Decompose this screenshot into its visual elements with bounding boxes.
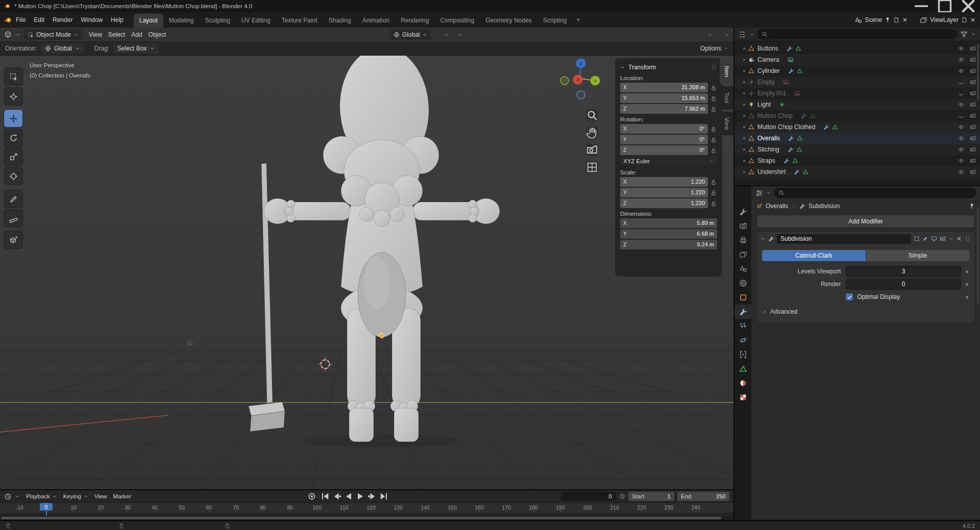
- viewport-menu-select[interactable]: Select: [105, 30, 128, 40]
- expand-icon[interactable]: [742, 136, 747, 141]
- rotation-mode-dropdown[interactable]: XYZ Euler: [620, 156, 717, 166]
- render-toggle-icon[interactable]: [940, 236, 946, 242]
- tool-select-box[interactable]: [4, 68, 22, 85]
- rotation-x-field[interactable]: X0°: [620, 124, 708, 134]
- eye-open-icon[interactable]: [958, 146, 964, 153]
- properties-tab-constraints[interactable]: [734, 347, 751, 362]
- outliner-search-input[interactable]: [757, 29, 957, 39]
- outliner-item-empty[interactable]: Empty: [734, 77, 980, 88]
- expand-icon[interactable]: [742, 158, 747, 163]
- tool-rotate[interactable]: [4, 129, 22, 146]
- outliner-item-light[interactable]: Light: [734, 99, 980, 110]
- lock-icon[interactable]: [710, 137, 717, 143]
- view-layer-selector[interactable]: ViewLayer: [930, 16, 959, 23]
- sidebar-tab-item[interactable]: Item: [720, 59, 733, 84]
- lock-icon[interactable]: [710, 95, 717, 102]
- eye-open-icon[interactable]: [958, 68, 964, 74]
- expand-icon[interactable]: [742, 102, 747, 107]
- play-button[interactable]: [355, 492, 365, 501]
- close-icon[interactable]: [956, 236, 962, 242]
- properties-tab-material[interactable]: [734, 376, 751, 390]
- close-button[interactable]: [957, 0, 980, 12]
- editor-type-3dview-icon[interactable]: [4, 31, 12, 38]
- drag-dots-icon[interactable]: [965, 236, 971, 242]
- chevron-down-icon[interactable]: [948, 236, 953, 241]
- xray-button[interactable]: [699, 34, 701, 36]
- viewport-camera-button[interactable]: [586, 144, 598, 156]
- camera-visibility-icon[interactable]: [970, 124, 976, 130]
- lock-icon[interactable]: [710, 147, 717, 154]
- expand-icon[interactable]: [742, 46, 747, 51]
- viewport-zoom-button[interactable]: [586, 109, 598, 121]
- tool-transform[interactable]: [4, 167, 22, 185]
- scene-icon[interactable]: [854, 16, 862, 24]
- properties-tab-texture[interactable]: [734, 390, 751, 405]
- modifier-name-field[interactable]: Subdivision: [777, 234, 911, 244]
- expand-icon[interactable]: [742, 91, 747, 96]
- shading-solid-button[interactable]: [709, 34, 711, 36]
- unlink-scene-icon[interactable]: [902, 17, 908, 23]
- workspace-tab-geometry-nodes[interactable]: Geometry Nodes: [480, 14, 537, 28]
- scale-x-field[interactable]: X1.220: [620, 177, 708, 187]
- workspace-tab-shading[interactable]: Shading: [323, 14, 357, 28]
- menu-file[interactable]: File: [12, 14, 30, 26]
- proportional-editing-button[interactable]: [452, 34, 454, 36]
- properties-tab-viewlayer[interactable]: [734, 247, 751, 262]
- animate-dot[interactable]: [966, 270, 968, 273]
- pin-icon[interactable]: [969, 203, 975, 209]
- properties-tab-tool[interactable]: [734, 205, 751, 219]
- timeline-menu-playback[interactable]: Playback: [23, 492, 60, 500]
- dimensions-x-field[interactable]: X5.89 m: [620, 218, 717, 228]
- new-view-layer-icon[interactable]: [961, 17, 967, 23]
- transform-orientation-dropdown[interactable]: Global: [390, 30, 431, 40]
- eye-closed-icon[interactable]: [958, 90, 964, 96]
- skip-end-button[interactable]: [379, 492, 389, 501]
- breadcrumb-object[interactable]: Overalls: [766, 203, 788, 210]
- realtime-toggle-icon[interactable]: [931, 236, 937, 242]
- transform-panel-title[interactable]: Transform: [628, 64, 656, 71]
- tool-cursor[interactable]: [4, 88, 22, 105]
- chevron-down-icon[interactable]: [620, 65, 625, 70]
- location-y-field[interactable]: Y15.653 m: [620, 93, 708, 103]
- dimensions-z-field[interactable]: Z9.24 m: [620, 240, 717, 249]
- properties-scrollbar[interactable]: [977, 207, 979, 304]
- lock-icon[interactable]: [710, 190, 717, 196]
- playhead-frame-badge[interactable]: 0: [40, 503, 53, 511]
- properties-tab-scene[interactable]: [734, 262, 751, 276]
- outliner-item-stiching[interactable]: Stiching: [734, 144, 980, 155]
- maximize-button[interactable]: [933, 0, 957, 12]
- shading-material-button[interactable]: [714, 34, 716, 36]
- eye-closed-icon[interactable]: [958, 113, 964, 119]
- add-workspace-button[interactable]: +: [573, 13, 584, 27]
- timeline-menu-marker[interactable]: Marker: [110, 492, 135, 500]
- scale-y-field[interactable]: Y1.220: [620, 188, 708, 197]
- camera-visibility-icon[interactable]: [970, 169, 976, 175]
- editor-type-outliner-icon[interactable]: [739, 31, 746, 38]
- properties-tab-particles[interactable]: [734, 319, 751, 333]
- properties-tab-object[interactable]: [734, 290, 751, 305]
- filter-icon[interactable]: [960, 31, 968, 38]
- view-layer-icon[interactable]: [920, 16, 927, 24]
- menu-render[interactable]: Render: [48, 14, 77, 26]
- camera-visibility-icon[interactable]: [970, 113, 976, 119]
- rotation-y-field[interactable]: Y0°: [620, 135, 708, 144]
- tool-measure[interactable]: [4, 210, 22, 227]
- tool-scale[interactable]: [4, 148, 22, 165]
- editor-type-timeline-icon[interactable]: [4, 493, 12, 500]
- orientation-dropdown[interactable]: Global: [41, 43, 84, 54]
- snap-magnet-button[interactable]: [439, 34, 441, 36]
- options-button[interactable]: Options: [700, 45, 728, 52]
- viewport-menu-object[interactable]: Object: [145, 30, 169, 40]
- camera-object[interactable]: [185, 338, 194, 347]
- outliner-item-undershirt[interactable]: Undershirt: [734, 166, 980, 178]
- eye-open-icon[interactable]: [958, 135, 964, 141]
- shading-wireframe-button[interactable]: [704, 34, 706, 36]
- scene-selector[interactable]: Scene: [865, 16, 882, 23]
- location-x-field[interactable]: X31.208 m: [620, 83, 708, 92]
- expand-icon[interactable]: [742, 113, 747, 118]
- sidebar-tab-view[interactable]: View: [720, 112, 733, 135]
- workspace-tab-layout[interactable]: Layout: [134, 14, 163, 28]
- overlays-button[interactable]: [694, 34, 696, 36]
- outliner-item-mutton-chop[interactable]: Mutton Chop: [734, 110, 980, 121]
- simple-button[interactable]: Simple: [866, 250, 970, 261]
